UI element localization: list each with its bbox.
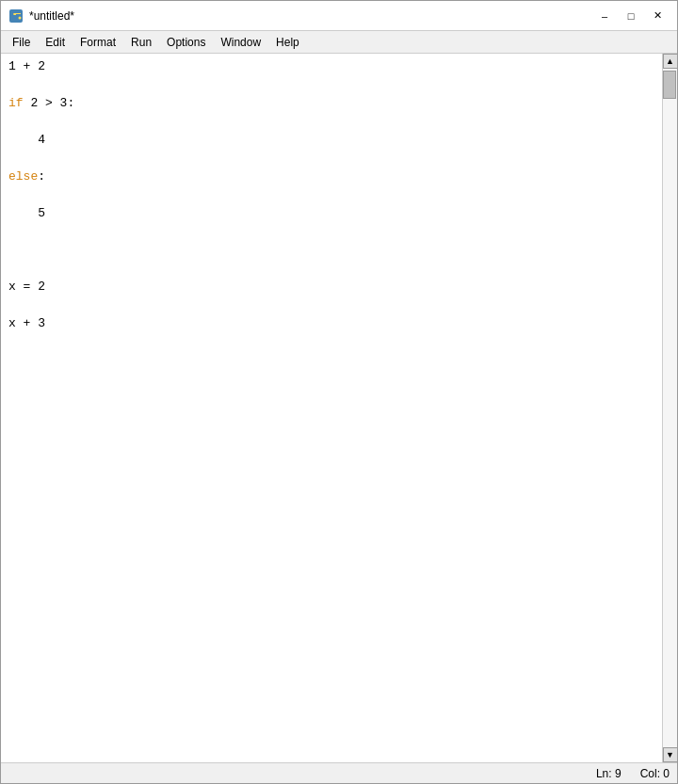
scroll-down-button[interactable]: ▼ <box>663 747 678 762</box>
code-line-1: 1 + 2 <box>8 57 654 76</box>
code-text: x = 2 <box>8 280 45 294</box>
maximize-button[interactable]: □ <box>619 7 643 25</box>
app-icon <box>8 8 24 24</box>
status-bar: Ln: 9 Col: 0 <box>1 762 677 783</box>
minimize-button[interactable]: – <box>592 7 617 25</box>
title-bar: *untitled* – □ ✕ <box>1 1 677 31</box>
code-line-3: 4 <box>8 131 654 150</box>
code-line-5: 5 <box>8 204 654 223</box>
code-text: 2 > 3: <box>24 96 75 110</box>
scroll-track[interactable] <box>663 69 677 747</box>
svg-rect-0 <box>9 9 23 23</box>
svg-point-5 <box>19 16 22 19</box>
code-text: 1 + 2 <box>8 59 45 73</box>
menu-file[interactable]: File <box>5 34 38 51</box>
menu-help[interactable]: Help <box>268 34 307 51</box>
code-line-8: x + 3 <box>8 314 654 333</box>
main-window: *untitled* – □ ✕ File Edit Format Run Op… <box>0 0 678 784</box>
keyword-else: else <box>8 169 38 184</box>
menu-window[interactable]: Window <box>213 34 268 51</box>
editor-area: 1 + 2 if 2 > 3: 4 else: 5 x = 2 x + 3 ▲ … <box>1 54 677 762</box>
menu-format[interactable]: Format <box>73 34 123 51</box>
window-title: *untitled* <box>29 9 592 23</box>
code-line-2: if 2 > 3: <box>8 94 654 113</box>
status-line: Ln: 9 <box>596 767 622 780</box>
window-controls: – □ ✕ <box>592 7 670 25</box>
menu-bar: File Edit Format Run Options Window Help <box>1 31 677 54</box>
code-line-6 <box>8 241 654 260</box>
status-col: Col: 0 <box>640 767 670 780</box>
code-text: 4 <box>8 133 45 147</box>
menu-options[interactable]: Options <box>159 34 213 51</box>
vertical-scrollbar: ▲ ▼ <box>662 54 677 762</box>
code-text: : <box>38 169 45 184</box>
menu-run[interactable]: Run <box>123 34 159 51</box>
close-button[interactable]: ✕ <box>645 7 670 25</box>
keyword-if: if <box>8 96 24 110</box>
scroll-up-button[interactable]: ▲ <box>663 54 678 69</box>
code-line-4: else: <box>8 168 654 186</box>
code-editor[interactable]: 1 + 2 if 2 > 3: 4 else: 5 x = 2 x + 3 <box>1 54 662 762</box>
code-line-7: x = 2 <box>8 278 654 296</box>
menu-edit[interactable]: Edit <box>38 34 73 51</box>
svg-point-4 <box>11 12 14 15</box>
code-text: 5 <box>8 206 45 220</box>
scroll-thumb[interactable] <box>663 71 676 99</box>
code-text: x + 3 <box>8 316 45 330</box>
